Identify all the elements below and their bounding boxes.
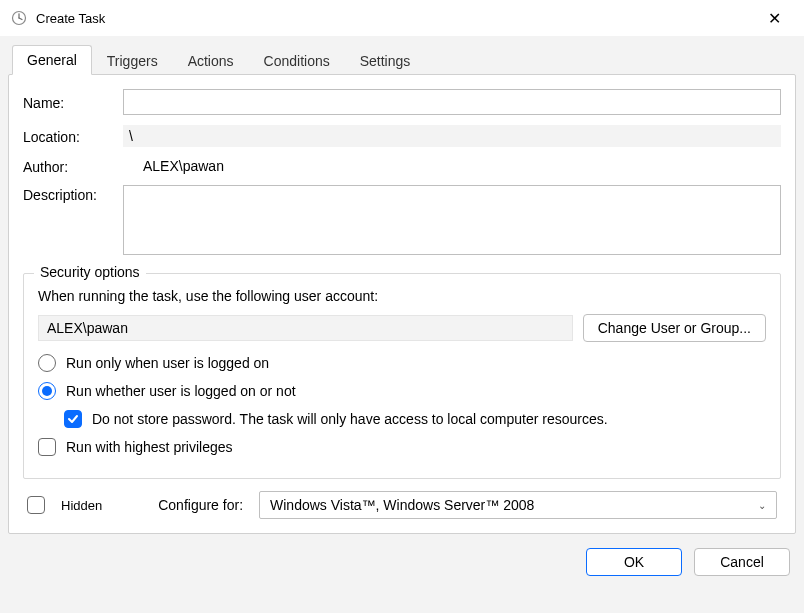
tabpanel-general: Name: Location: \ Author: ALEX\pawan Des… bbox=[8, 74, 796, 534]
location-label: Location: bbox=[23, 127, 123, 145]
close-icon[interactable]: ✕ bbox=[754, 9, 794, 28]
chevron-down-icon: ⌄ bbox=[758, 500, 766, 511]
name-label: Name: bbox=[23, 93, 123, 111]
user-account-field: ALEX\pawan bbox=[38, 315, 573, 341]
configure-for-value: Windows Vista™, Windows Server™ 2008 bbox=[270, 497, 534, 513]
tab-settings[interactable]: Settings bbox=[345, 46, 426, 75]
cancel-button[interactable]: Cancel bbox=[694, 548, 790, 576]
author-value: ALEX\pawan bbox=[123, 158, 781, 174]
checkbox-do-not-store-password[interactable] bbox=[64, 410, 82, 428]
radio-run-whether[interactable] bbox=[38, 382, 56, 400]
radio-run-logged-on-label: Run only when user is logged on bbox=[66, 355, 269, 371]
configure-for-label: Configure for: bbox=[158, 497, 243, 513]
security-options-group: Security options When running the task, … bbox=[23, 273, 781, 479]
description-label: Description: bbox=[23, 185, 123, 203]
dialog-footer: OK Cancel bbox=[8, 548, 796, 576]
checkbox-highest-privileges-label: Run with highest privileges bbox=[66, 439, 233, 455]
name-input[interactable] bbox=[123, 89, 781, 115]
tab-conditions[interactable]: Conditions bbox=[249, 46, 345, 75]
window-title: Create Task bbox=[36, 11, 754, 26]
checkbox-highest-privileges[interactable] bbox=[38, 438, 56, 456]
ok-button[interactable]: OK bbox=[586, 548, 682, 576]
configure-for-select[interactable]: Windows Vista™, Windows Server™ 2008 ⌄ bbox=[259, 491, 777, 519]
checkbox-hidden[interactable] bbox=[27, 496, 45, 514]
description-input[interactable] bbox=[123, 185, 781, 255]
checkbox-do-not-store-label: Do not store password. The task will onl… bbox=[92, 411, 608, 427]
run-account-text: When running the task, use the following… bbox=[38, 288, 766, 304]
tab-general[interactable]: General bbox=[12, 45, 92, 75]
client-area: General Triggers Actions Conditions Sett… bbox=[0, 36, 804, 613]
radio-run-logged-on[interactable] bbox=[38, 354, 56, 372]
author-label: Author: bbox=[23, 157, 123, 175]
task-scheduler-icon bbox=[10, 9, 28, 27]
change-user-button[interactable]: Change User or Group... bbox=[583, 314, 766, 342]
tab-actions[interactable]: Actions bbox=[173, 46, 249, 75]
checkbox-hidden-label: Hidden bbox=[61, 498, 102, 513]
tab-triggers[interactable]: Triggers bbox=[92, 46, 173, 75]
titlebar: Create Task ✕ bbox=[0, 0, 804, 36]
tabstrip: General Triggers Actions Conditions Sett… bbox=[8, 44, 796, 74]
location-value: \ bbox=[123, 125, 781, 147]
security-options-legend: Security options bbox=[34, 264, 146, 280]
radio-run-whether-label: Run whether user is logged on or not bbox=[66, 383, 296, 399]
